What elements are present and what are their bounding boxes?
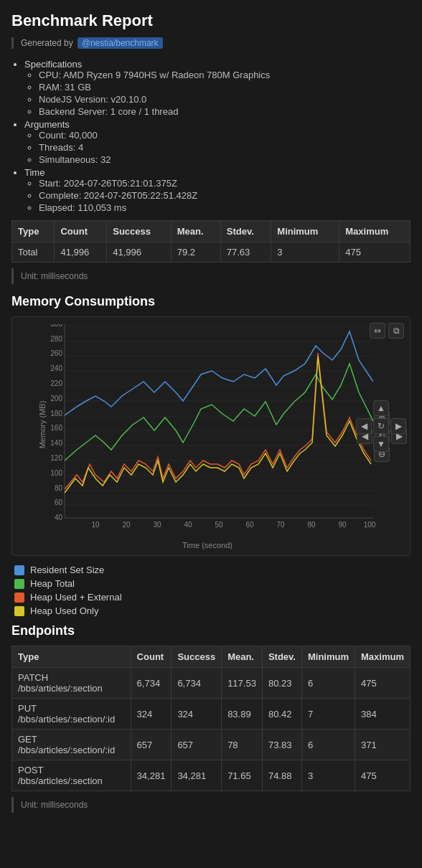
svg-text:80: 80	[307, 521, 316, 529]
col-mean: Mean.	[171, 221, 220, 242]
time-header: Time Start: 2024-07-26T05:21:01.375Z Com…	[24, 167, 411, 213]
memory-chart-container: ⇔ ⧉ Memory (MB) 40	[11, 316, 411, 556]
svg-text:70: 70	[276, 521, 285, 529]
svg-text:60: 60	[55, 499, 63, 506]
legend-heap-used-ext: Heap Used + External	[14, 592, 411, 603]
svg-text:280: 280	[50, 335, 62, 343]
time-start: Start: 2024-07-26T05:21:01.375Z	[39, 178, 411, 189]
arg-simultaneous: Simultaneous: 32	[39, 154, 411, 165]
svg-text:180: 180	[50, 410, 62, 418]
page-title: Benchmark Report	[11, 11, 411, 30]
svg-text:120: 120	[50, 454, 62, 462]
endpoints-section: Endpoints Type Count Success Mean. Stdev…	[11, 623, 411, 813]
legend-rss: Resident Set Size	[14, 565, 411, 575]
refresh-btn2[interactable]: ↻	[373, 418, 389, 434]
svg-text:100: 100	[364, 521, 376, 529]
ep-col-success: Success	[172, 646, 222, 668]
specs-items: CPU: AMD Ryzen 9 7940HS w/ Radeon 780M G…	[24, 70, 411, 117]
ep-col-count: Count	[131, 646, 172, 668]
legend-heap-used-ext-color	[14, 593, 24, 603]
up-arrow-btn[interactable]: ▲	[373, 400, 389, 416]
legend-heap-used-ext-label: Heap Used + External	[30, 592, 122, 603]
ep-col-type: Type	[12, 646, 131, 668]
legend-heap-used-only-color	[14, 606, 24, 616]
memory-title: Memory Consumptions	[11, 294, 411, 309]
legend-rss-label: Resident Set Size	[30, 565, 104, 575]
right-arrow-btn[interactable]: ▶	[390, 418, 406, 434]
spec-node: NodeJS Version: v20.10.0	[39, 94, 411, 105]
down-arrow-btn[interactable]: ▼	[373, 436, 389, 452]
specs-header: Specifications CPU: AMD Ryzen 9 7940HS w…	[24, 59, 411, 117]
svg-text:60: 60	[245, 521, 254, 529]
arg-threads: Threads: 4	[39, 142, 411, 153]
col-type: Type	[12, 221, 55, 242]
generated-by: Generated by @nestia/benchmark	[11, 37, 411, 49]
svg-text:220: 220	[50, 379, 62, 387]
legend-heap-used-only: Heap Used Only	[14, 605, 411, 616]
svg-text:30: 30	[153, 521, 161, 529]
left-arrow-btn[interactable]: ◀	[356, 418, 372, 434]
col-count: Count	[55, 221, 107, 242]
svg-text:20: 20	[122, 521, 131, 529]
spec-backend: Backend Server: 1 core / 1 thread	[39, 106, 411, 117]
col-stdev: Stdev.	[220, 221, 271, 242]
chart-legend: Resident Set Size Heap Total Heap Used +…	[11, 565, 411, 616]
svg-text:240: 240	[50, 364, 62, 372]
table-row: POST /bbs/articles/:section34,28134,2817…	[12, 760, 411, 791]
col-max: Maximum	[339, 221, 411, 242]
spec-cpu: CPU: AMD Ryzen 9 7940HS w/ Radeon 780M G…	[39, 70, 411, 80]
ep-col-stdev: Stdev.	[262, 646, 301, 668]
table-row: PATCH /bbs/articles/:section6,7346,73411…	[12, 668, 411, 699]
arg-count: Count: 40,000	[39, 130, 411, 141]
legend-heap-total: Heap Total	[14, 578, 411, 589]
svg-text:Memory (MB): Memory (MB)	[39, 401, 47, 449]
svg-text:80: 80	[55, 484, 63, 492]
svg-text:40: 40	[184, 521, 192, 529]
col-min: Minimum	[271, 221, 339, 242]
summary-table: Type Count Success Mean. Stdev. Minimum …	[11, 220, 411, 263]
svg-text:160: 160	[50, 424, 62, 432]
table-row: GET /bbs/articles/:section/:id6576577873…	[12, 730, 411, 760]
table-row: Total41,99641,99679.277.633475	[12, 242, 411, 263]
ep-col-min: Minimum	[301, 646, 355, 668]
legend-heap-used-only-label: Heap Used Only	[30, 605, 98, 616]
svg-text:300: 300	[50, 324, 62, 328]
ep-col-mean: Mean.	[222, 646, 263, 668]
svg-text:90: 90	[338, 521, 347, 529]
endpoints-unit: Unit: milliseconds	[11, 797, 411, 813]
legend-rss-color	[14, 565, 24, 575]
specs-list: Specifications CPU: AMD Ryzen 9 7940HS w…	[11, 59, 411, 213]
arguments-items: Count: 40,000 Threads: 4 Simultaneous: 3…	[24, 130, 411, 165]
svg-text:140: 140	[50, 439, 62, 447]
arguments-header: Arguments Count: 40,000 Threads: 4 Simul…	[24, 119, 411, 165]
table-row: PUT /bbs/articles/:section/:id32432483.8…	[12, 699, 411, 730]
legend-heap-total-color	[14, 579, 24, 589]
svg-text:40: 40	[55, 514, 63, 522]
memory-chart-svg: Memory (MB) 40 60 80 100 120 140 160 180…	[39, 324, 391, 539]
time-complete: Complete: 2024-07-26T05:22:51.428Z	[39, 190, 411, 201]
x-axis-label: Time (second)	[39, 541, 375, 549]
svg-text:10: 10	[91, 521, 100, 529]
col-success: Success	[107, 221, 171, 242]
svg-text:260: 260	[50, 349, 62, 357]
time-items: Start: 2024-07-26T05:21:01.375Z Complete…	[24, 178, 411, 213]
generated-label: Generated by	[21, 38, 73, 48]
svg-rect-0	[65, 324, 373, 518]
svg-text:100: 100	[50, 469, 62, 477]
summary-unit: Unit: milliseconds	[11, 268, 411, 284]
endpoints-title: Endpoints	[11, 623, 411, 638]
legend-heap-total-label: Heap Total	[30, 578, 75, 589]
endpoints-table: Type Count Success Mean. Stdev. Minimum …	[11, 646, 411, 791]
spec-ram: RAM: 31 GB	[39, 82, 411, 93]
svg-text:50: 50	[215, 521, 223, 529]
svg-text:200: 200	[50, 395, 62, 402]
time-elapsed: Elapsed: 110,053 ms	[39, 202, 411, 213]
badge: @nestia/benchmark	[78, 37, 163, 49]
ep-col-max: Maximum	[355, 646, 411, 668]
